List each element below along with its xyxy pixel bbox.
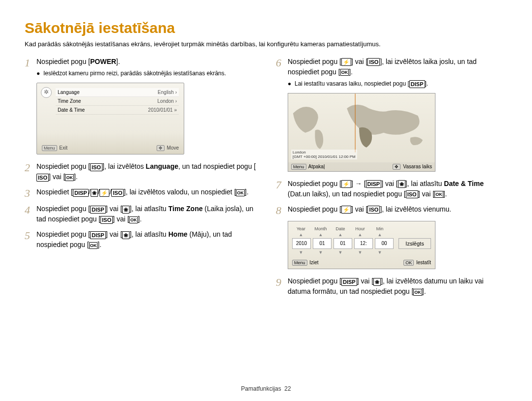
- step-number: 1: [25, 57, 36, 78]
- step-6: Nospiediet pogu [⚡] vai [ISO], lai izvēl…: [288, 57, 507, 88]
- macro-icon: ❀: [398, 180, 405, 188]
- step-4: Nospiediet pogu [DISP] vai [❀], lai atla…: [36, 204, 256, 224]
- ok-icon: OK: [89, 242, 98, 249]
- list-item: Language English ›: [56, 88, 179, 97]
- left-column: 1 Nospiediet pogu [POWER]. ● Ieslēdzot k…: [25, 57, 256, 302]
- disp-icon: DISP: [73, 189, 89, 197]
- intro-text: Kad parādās sākotnējās iestatīšanas ekrā…: [25, 40, 507, 48]
- step-number: 8: [276, 204, 288, 216]
- initial-setup-screen: ✲ Language English › Time Zone London › …: [36, 83, 184, 154]
- step-number: 6: [276, 57, 288, 88]
- flash-icon: ⚡: [341, 180, 351, 188]
- datetime-screen: Year Month Date Hour Min ▲▲▲▲▲ 2010 01 0…: [288, 221, 435, 269]
- timezone-map-screen: London [GMT +00:00] 2010/01/01 12:00 PM …: [288, 93, 435, 172]
- disp-icon: DISP: [341, 278, 357, 286]
- ok-icon: OK: [129, 216, 138, 223]
- world-map-icon: [288, 93, 435, 153]
- menu-button-icon: Menu: [292, 260, 307, 266]
- right-column: 6 Nospiediet pogu [⚡] vai [ISO], lai izv…: [276, 57, 507, 302]
- list-item: Date & Time 2010/01/01 »: [56, 106, 179, 115]
- ok-icon: OK: [236, 189, 245, 196]
- step-number: 2: [25, 161, 36, 182]
- off-label: Izslēgts: [399, 238, 431, 249]
- step-9: Nospiediet pogu [DISP] vai [❀], lai izvē…: [288, 276, 507, 297]
- step-number: 5: [25, 229, 36, 250]
- step-5: Nospiediet pogu [DISP] vai [❀], lai atla…: [36, 229, 256, 250]
- step-number: 4: [25, 204, 36, 224]
- macro-icon: ❀: [373, 278, 381, 286]
- nav-icon: ✥: [393, 164, 400, 170]
- step-7: Nospiediet pogu [⚡] → [DISP] vai [❀], la…: [288, 179, 507, 199]
- macro-icon: ❀: [122, 231, 130, 239]
- step-8: Nospiediet pogu [⚡] vai [ISO], lai izvēl…: [288, 204, 507, 216]
- step-number: 7: [276, 179, 288, 199]
- iso-icon: ISO: [90, 163, 102, 171]
- step-2: Nospiediet pogu [ISO], lai izvēlētos Lan…: [36, 161, 256, 182]
- disp-icon: DISP: [409, 80, 425, 88]
- menu-button-icon: Menu: [42, 145, 57, 151]
- step-1: Nospiediet pogu [POWER]. ● Ieslēdzot kam…: [36, 57, 256, 78]
- disp-icon: DISP: [90, 231, 106, 239]
- step-number: 9: [276, 276, 288, 297]
- hour-value: 12:: [354, 238, 373, 249]
- iso-icon: ISO: [36, 174, 49, 182]
- iso-icon: ISO: [406, 190, 418, 198]
- step-number: 3: [25, 187, 36, 199]
- date-value: 01: [333, 238, 352, 249]
- ok-icon: OK: [340, 69, 349, 76]
- iso-icon: ISO: [367, 58, 380, 66]
- disp-icon: DISP: [90, 206, 106, 214]
- disp-icon: DISP: [366, 180, 382, 188]
- flash-icon: ⚡: [100, 189, 109, 197]
- iso-icon: ISO: [111, 189, 124, 197]
- nav-icon: ✥: [157, 145, 165, 151]
- month-value: 01: [313, 238, 332, 249]
- flash-icon: ⚡: [341, 206, 351, 214]
- iso-icon: ISO: [367, 206, 380, 214]
- macro-icon: ❀: [122, 206, 130, 214]
- gear-icon: ✲: [41, 87, 52, 98]
- min-value: 00: [375, 238, 394, 249]
- page-title: Sākotnējā iestatīšana: [25, 20, 507, 36]
- iso-icon: ISO: [100, 216, 113, 224]
- macro-icon: ❀: [91, 189, 98, 197]
- menu-button-icon: Menu: [291, 164, 306, 170]
- ok-icon: OK: [65, 174, 74, 181]
- step-3: Nospiediet [DISP/❀/⚡/ISO], lai izvēlētos…: [36, 187, 256, 199]
- year-value: 2010: [292, 238, 311, 249]
- ok-icon: OK: [413, 289, 422, 296]
- list-item: Time Zone London ›: [56, 97, 179, 106]
- page-footer: Pamatfunkcijas 22: [0, 385, 532, 392]
- ok-icon: OK: [434, 191, 443, 198]
- flash-icon: ⚡: [341, 58, 351, 66]
- ok-button-icon: OK: [403, 260, 414, 266]
